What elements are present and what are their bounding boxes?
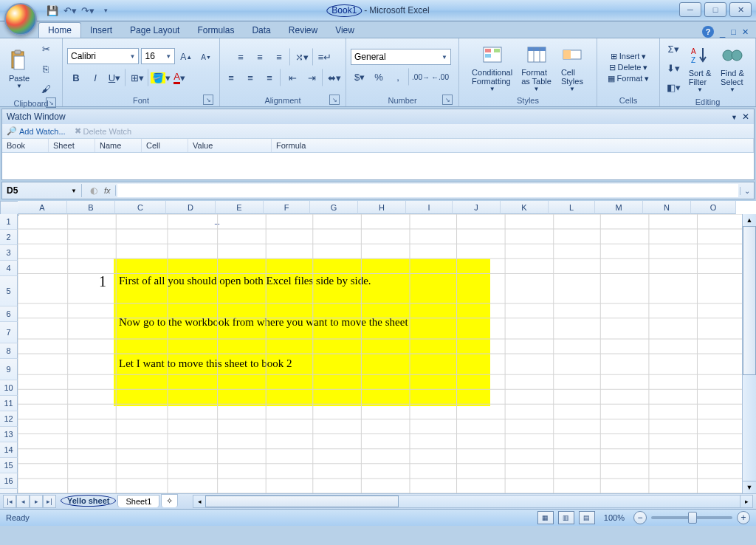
watch-col-cell[interactable]: Cell xyxy=(142,139,188,152)
scroll-right-icon[interactable]: ▸ xyxy=(740,496,752,507)
add-watch-button[interactable]: 🔎Add Watch... xyxy=(7,126,66,136)
minimize-button[interactable]: ─ xyxy=(679,2,701,17)
align-middle-button[interactable]: ≡ xyxy=(251,48,269,66)
clear-button[interactable]: ◧▾ xyxy=(664,78,682,96)
copy-button[interactable]: ⎘ xyxy=(37,60,55,78)
qat-customize-icon[interactable]: ▾ xyxy=(99,4,112,17)
align-right-button[interactable]: ≡ xyxy=(261,69,281,86)
zoom-slider[interactable] xyxy=(651,516,732,519)
col-header-K[interactable]: K xyxy=(501,201,549,214)
font-launcher[interactable]: ↘ xyxy=(203,95,213,105)
formula-expand-icon[interactable]: ⌄ xyxy=(740,187,754,195)
sort-filter-button[interactable]: AZSort & Filter▼ xyxy=(685,42,715,95)
row-header-14[interactable]: 14 xyxy=(0,442,18,458)
col-header-O[interactable]: O xyxy=(691,201,736,214)
row-header-7[interactable]: 7 xyxy=(0,322,18,343)
col-header-F[interactable]: F xyxy=(264,201,310,214)
align-left-button[interactable]: ≡ xyxy=(222,69,240,86)
col-header-I[interactable]: I xyxy=(406,201,453,214)
row-header-1[interactable]: 1 xyxy=(0,214,18,230)
tab-review[interactable]: Review xyxy=(280,23,326,38)
col-header-C[interactable]: C xyxy=(115,201,166,214)
number-launcher[interactable]: ↘ xyxy=(442,95,453,105)
watch-col-sheet[interactable]: Sheet xyxy=(49,139,95,152)
mdi-close[interactable]: ✕ xyxy=(742,27,749,37)
clipboard-launcher[interactable]: ↘ xyxy=(46,97,56,108)
font-name-combo[interactable]: Calibri▼ xyxy=(67,48,139,64)
undo-icon[interactable]: ↶▾ xyxy=(63,4,77,17)
row-header-5[interactable]: 5 xyxy=(0,276,18,306)
merge-center-button[interactable]: ⬌▾ xyxy=(326,69,343,86)
increase-indent-button[interactable]: ⇥ xyxy=(303,69,323,86)
tab-formulas[interactable]: Formulas xyxy=(188,23,243,38)
watch-col-formula[interactable]: Formula xyxy=(272,139,754,152)
next-sheet-button[interactable]: ▸ xyxy=(30,495,43,508)
decrease-decimal-button[interactable]: ←.00 xyxy=(431,68,449,86)
orientation-button[interactable]: ⤭▾ xyxy=(293,48,313,66)
zoom-out-button[interactable]: − xyxy=(633,511,647,524)
col-header-N[interactable]: N xyxy=(643,201,691,214)
font-size-combo[interactable]: 16▼ xyxy=(141,48,175,64)
vscroll-thumb[interactable] xyxy=(743,226,756,375)
align-top-button[interactable]: ≡ xyxy=(232,48,250,66)
bold-button[interactable]: B xyxy=(67,69,85,86)
col-header-E[interactable]: E xyxy=(216,201,264,214)
watch-close-icon[interactable]: ✕ xyxy=(742,112,749,122)
find-select-button[interactable]: Find & Select▼ xyxy=(718,42,747,95)
col-header-D[interactable]: D xyxy=(166,201,216,214)
worksheet-grid[interactable]: ABCDEFGHIJKLMNO 123456789101112131415161… xyxy=(0,201,756,493)
row-header-16[interactable]: 16 xyxy=(0,473,18,489)
prev-sheet-button[interactable]: ◂ xyxy=(16,495,30,508)
format-as-table-button[interactable]: Format as Table▼ xyxy=(518,41,554,94)
comma-button[interactable]: , xyxy=(389,68,409,86)
row-header-11[interactable]: 11 xyxy=(0,396,18,411)
scroll-left-icon[interactable]: ◂ xyxy=(193,496,206,507)
border-button[interactable]: ⊞▾ xyxy=(128,69,148,86)
office-button[interactable] xyxy=(4,3,37,35)
cell-styles-button[interactable]: Cell Styles▼ xyxy=(557,41,587,94)
first-sheet-button[interactable]: |◂ xyxy=(3,495,16,508)
help-icon[interactable]: ? xyxy=(702,26,714,38)
last-sheet-button[interactable]: ▸| xyxy=(43,495,56,508)
row-header-8[interactable]: 8 xyxy=(0,343,18,359)
name-box[interactable]: D5▼ xyxy=(2,184,82,197)
col-header-B[interactable]: B xyxy=(67,201,115,214)
row-header-13[interactable]: 13 xyxy=(0,427,18,442)
increase-decimal-button[interactable]: .00→ xyxy=(412,68,430,86)
zoom-in-button[interactable]: + xyxy=(737,511,750,524)
alignment-launcher[interactable]: ↘ xyxy=(329,95,340,105)
format-cells-button[interactable]: ▦Format ▾ xyxy=(608,74,650,83)
col-header-G[interactable]: G xyxy=(310,201,358,214)
decrease-indent-button[interactable]: ⇤ xyxy=(284,69,301,86)
page-break-view-button[interactable]: ▤ xyxy=(579,511,595,524)
tab-page-layout[interactable]: Page Layout xyxy=(121,23,188,38)
insert-cells-button[interactable]: ⊞Insert ▾ xyxy=(611,52,647,61)
watch-col-book[interactable]: Book xyxy=(2,139,49,152)
row-header-10[interactable]: 10 xyxy=(0,380,18,396)
select-all-corner[interactable] xyxy=(0,201,19,216)
col-header-L[interactable]: L xyxy=(549,201,595,214)
tab-view[interactable]: View xyxy=(326,23,363,38)
paste-button[interactable]: Paste ▼ xyxy=(4,47,34,91)
zoom-thumb[interactable] xyxy=(688,512,697,524)
col-header-J[interactable]: J xyxy=(453,201,501,214)
underline-button[interactable]: U▾ xyxy=(106,69,126,86)
col-header-M[interactable]: M xyxy=(595,201,643,214)
col-header-H[interactable]: H xyxy=(358,201,406,214)
close-button[interactable]: ✕ xyxy=(729,2,752,17)
row-header-2[interactable]: 2 xyxy=(0,230,18,245)
vertical-scrollbar[interactable]: ▲ ▼ xyxy=(742,214,756,493)
align-center-button[interactable]: ≡ xyxy=(241,69,259,86)
row-header-9[interactable]: 9 xyxy=(0,359,18,380)
row-header-6[interactable]: 6 xyxy=(0,306,18,322)
tab-insert[interactable]: Insert xyxy=(81,23,121,38)
formula-input[interactable] xyxy=(117,184,738,197)
mdi-minimize[interactable]: _ xyxy=(720,27,725,38)
percent-button[interactable]: % xyxy=(370,68,388,86)
fill-button[interactable]: ⬇▾ xyxy=(664,59,682,77)
scroll-up-icon[interactable]: ▲ xyxy=(743,214,756,227)
row-header-15[interactable]: 15 xyxy=(0,458,18,473)
tab-home[interactable]: Home xyxy=(38,22,81,38)
format-painter-button[interactable]: 🖌 xyxy=(37,80,55,97)
col-header-A[interactable]: A xyxy=(18,201,67,214)
